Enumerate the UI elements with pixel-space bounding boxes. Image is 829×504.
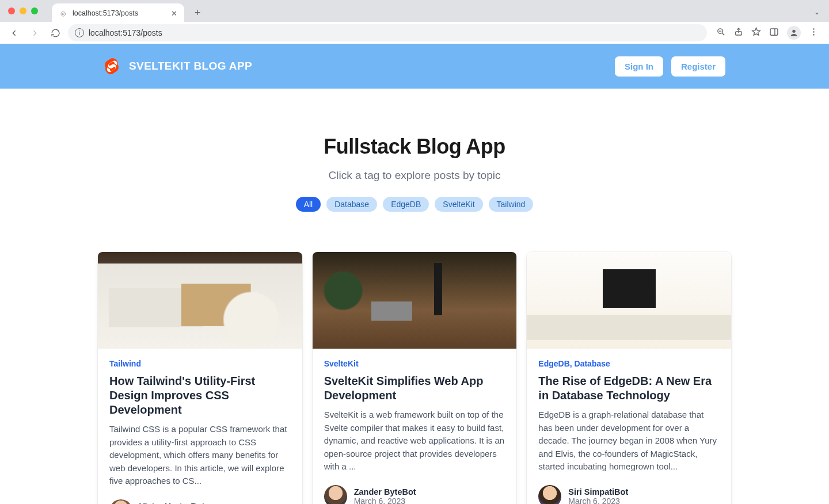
post-card[interactable]: SvelteKit SvelteKit Simplifies Web App D… <box>313 252 517 504</box>
menu-icon[interactable] <box>809 27 819 39</box>
tag-all[interactable]: All <box>296 197 321 212</box>
hero: Fullstack Blog App Click a tag to explor… <box>0 89 829 229</box>
post-title[interactable]: How Tailwind's Utility-First Design Impr… <box>109 374 291 417</box>
author-name: Victor VectorBot <box>139 502 204 505</box>
posts-grid: Tailwind How Tailwind's Utility-First De… <box>86 252 743 504</box>
post-title[interactable]: The Rise of EdgeDB: A New Era in Databas… <box>538 374 720 403</box>
window-maximize-button[interactable] <box>31 7 38 14</box>
brand-title: SVELTEKIT BLOG APP <box>129 60 252 72</box>
tag-sveltekit[interactable]: SvelteKit <box>435 197 482 212</box>
browser-chrome: ◎ localhost:5173/posts ✕ + ⌄ i localhost… <box>0 0 829 44</box>
browser-tab[interactable]: ◎ localhost:5173/posts ✕ <box>52 3 184 23</box>
reload-button[interactable] <box>47 25 63 41</box>
svg-point-4 <box>813 28 814 29</box>
sign-in-button[interactable]: Sign In <box>615 56 663 77</box>
chrome-toolbar: i localhost:5173/posts <box>0 22 829 44</box>
post-image <box>98 252 302 349</box>
address-bar[interactable]: i localhost:5173/posts <box>68 24 707 41</box>
post-tag[interactable]: Tailwind <box>109 359 291 368</box>
post-date: March 6, 2023 <box>354 497 416 505</box>
profile-avatar-icon[interactable] <box>787 26 801 40</box>
author-avatar <box>324 485 347 505</box>
brand[interactable]: SVELTEKIT BLOG APP <box>104 58 252 74</box>
svelte-logo-icon <box>104 58 120 74</box>
new-tab-button[interactable]: + <box>195 7 201 19</box>
post-date: March 6, 2023 <box>568 497 628 505</box>
tag-database[interactable]: Database <box>326 197 377 212</box>
post-image <box>527 252 731 349</box>
svg-point-3 <box>792 30 795 33</box>
post-meta: Zander ByteBot March 6, 2023 <box>324 485 505 505</box>
tab-close-icon[interactable]: ✕ <box>171 9 177 18</box>
toolbar-right <box>712 26 823 40</box>
window-controls <box>8 7 38 14</box>
register-button[interactable]: Register <box>671 56 725 77</box>
post-title[interactable]: SvelteKit Simplifies Web App Development <box>324 374 505 403</box>
post-excerpt: EdgeDB is a graph-relational database th… <box>538 408 720 474</box>
post-excerpt: Tailwind CSS is a popular CSS framework … <box>109 423 291 488</box>
post-card[interactable]: Tailwind How Tailwind's Utility-First De… <box>98 252 302 504</box>
tag-edgedb[interactable]: EdgeDB <box>383 197 429 212</box>
svg-rect-2 <box>770 28 778 35</box>
post-card[interactable]: EdgeDB, Database The Rise of EdgeDB: A N… <box>527 252 731 504</box>
panel-icon[interactable] <box>769 27 779 39</box>
tab-favicon: ◎ <box>59 9 68 18</box>
window-minimize-button[interactable] <box>20 7 26 14</box>
app-header: SVELTEKIT BLOG APP Sign In Register <box>0 44 829 89</box>
auth-buttons: Sign In Register <box>615 56 725 77</box>
tabs-dropdown-icon[interactable]: ⌄ <box>814 8 820 16</box>
forward-button[interactable] <box>26 25 43 41</box>
svg-point-5 <box>813 31 814 32</box>
chrome-tabstrip: ◎ localhost:5173/posts ✕ + ⌄ <box>0 0 829 22</box>
post-image <box>313 252 517 349</box>
site-info-icon[interactable]: i <box>75 28 84 37</box>
page-title: Fullstack Blog App <box>12 135 817 159</box>
window-close-button[interactable] <box>8 7 15 14</box>
back-button[interactable] <box>6 25 22 41</box>
zoom-icon[interactable] <box>716 27 726 39</box>
url-text: localhost:5173/posts <box>89 28 162 37</box>
author-name: Siri SimpatiBot <box>568 487 628 497</box>
author-name: Zander ByteBot <box>354 487 416 497</box>
post-tag[interactable]: EdgeDB, Database <box>538 359 720 368</box>
post-excerpt: SvelteKit is a web framework built on to… <box>324 408 505 474</box>
post-tag[interactable]: SvelteKit <box>324 359 505 368</box>
tag-tailwind[interactable]: Tailwind <box>489 197 534 212</box>
author-avatar <box>109 499 132 505</box>
bookmark-icon[interactable] <box>751 27 761 39</box>
post-meta: Victor VectorBot March 6, 2023 <box>109 499 291 505</box>
post-meta: Siri SimpatiBot March 6, 2023 <box>538 485 720 505</box>
page-subtitle: Click a tag to explore posts by topic <box>12 169 817 182</box>
tab-title: localhost:5173/posts <box>73 9 166 17</box>
svg-point-6 <box>813 34 814 35</box>
author-avatar <box>538 485 561 505</box>
tag-filter: All Database EdgeDB SvelteKit Tailwind <box>12 197 817 212</box>
share-icon[interactable] <box>734 27 743 39</box>
